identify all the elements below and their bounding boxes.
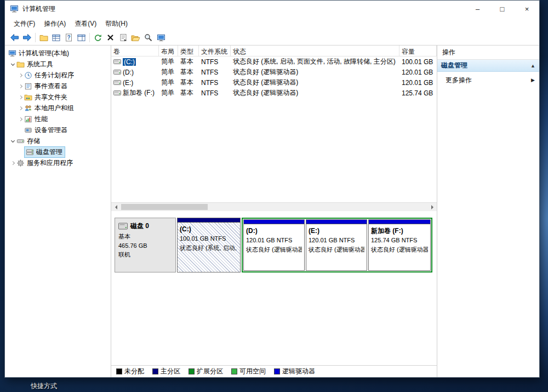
chevron-collapsed-icon[interactable]	[17, 74, 24, 77]
computer-icon	[8, 49, 16, 58]
show-hide-console-tree-button[interactable]	[37, 31, 50, 44]
find-button[interactable]	[142, 31, 155, 44]
disk-0-info[interactable]: 磁盘 0 基本 465.76 GB 联机	[115, 218, 176, 272]
tree-item-shared-folders[interactable]: 共享文件夹	[5, 92, 111, 103]
tree-item-local-users-groups[interactable]: 本地用户和组	[5, 103, 111, 113]
show-hide-action-pane-button[interactable]	[75, 31, 88, 44]
actions-section-disk-management[interactable]: 磁盘管理	[437, 60, 539, 72]
forward-button[interactable]	[21, 31, 33, 44]
more-actions-item[interactable]: 更多操作	[437, 73, 539, 87]
horizontal-scrollbar[interactable]	[111, 202, 437, 211]
tree-item-device-manager[interactable]: 设备管理器	[5, 124, 111, 135]
column-header-capacity[interactable]: 容量	[399, 46, 437, 56]
volume-type: 基本	[178, 57, 199, 66]
disk-management-pane: 卷 布局 类型 文件系统 状态 容量 (C:) 简单 基本 NTFS 状态良好 …	[111, 46, 437, 377]
desktop-shortcut-label[interactable]: 快捷方式	[31, 382, 57, 391]
chevron-collapsed-icon[interactable]	[9, 162, 16, 164]
column-header-filesystem[interactable]: 文件系统	[199, 46, 231, 56]
legend-label: 主分区	[161, 367, 180, 376]
volume-name-selected: (C:)	[123, 58, 136, 66]
extended-partition-group: (D:) 120.01 GB NTFS 状态良好 (逻辑驱动器) (E:) 12…	[242, 218, 432, 272]
chevron-expanded-icon[interactable]	[9, 64, 16, 65]
partition-d[interactable]: (D:) 120.01 GB NTFS 状态良好 (逻辑驱动器)	[243, 219, 305, 271]
volume-filesystem: NTFS	[199, 79, 231, 87]
partition-f[interactable]: 新加卷 (F:) 125.74 GB NTFS 状态良好 (逻辑驱动器)	[368, 219, 431, 271]
primary-partition-color-bar	[178, 218, 240, 223]
disk-status: 联机	[118, 250, 172, 259]
volume-status: 状态良好 (逻辑驱动器)	[231, 67, 399, 77]
logical-drive-color-bar	[244, 220, 304, 224]
help-button[interactable]: ?	[62, 31, 75, 44]
menu-help[interactable]: 帮助(H)	[101, 18, 132, 30]
legend-item-logical-drive: 逻辑驱动器	[274, 367, 315, 376]
volume-capacity: 120.01 GB	[399, 79, 437, 87]
volume-row-c[interactable]: (C:) 简单 基本 NTFS 状态良好 (系统, 启动, 页面文件, 活动, …	[111, 56, 437, 67]
legend-label: 未分配	[124, 367, 144, 376]
tree-item-system-tools[interactable]: 系统工具	[5, 59, 111, 70]
chevron-collapsed-icon[interactable]	[17, 118, 24, 121]
menu-view[interactable]: 查看(V)	[70, 18, 101, 30]
legend-label: 扩展分区	[197, 367, 223, 376]
volume-row-e[interactable]: (E:) 简单 基本 NTFS 状态良好 (逻辑驱动器) 120.01 GB	[111, 77, 437, 88]
chevron-collapsed-icon[interactable]	[17, 96, 24, 99]
shared-folder-icon	[24, 93, 32, 101]
device-manager-icon	[24, 126, 32, 134]
properties-button[interactable]	[117, 31, 129, 44]
partition-name: (C:)	[180, 224, 238, 234]
chevron-collapsed-icon[interactable]	[17, 107, 24, 110]
collapse-icon[interactable]	[530, 63, 535, 69]
volume-row-f[interactable]: 新加卷 (F:) 简单 基本 NTFS 状态良好 (逻辑驱动器) 125.74 …	[111, 88, 437, 98]
tree-item-performance[interactable]: 性能	[5, 113, 111, 124]
delete-button[interactable]	[104, 31, 117, 44]
column-header-type[interactable]: 类型	[178, 46, 199, 56]
tree-item-label: 服务和应用程序	[27, 158, 73, 168]
legend-swatch	[152, 368, 158, 374]
toolbar: ?	[5, 30, 539, 46]
column-header-layout[interactable]: 布局	[159, 46, 178, 56]
titlebar[interactable]: 计算机管理 – □ ×	[5, 1, 539, 17]
export-list-button[interactable]	[50, 31, 62, 44]
scrollbar-thumb[interactable]	[121, 204, 208, 210]
tree-item-label: 设备管理器	[35, 126, 67, 135]
menu-file[interactable]: 文件(F)	[9, 18, 39, 30]
volume-name: 新加卷 (F:)	[123, 88, 155, 98]
volume-capacity: 100.01 GB	[399, 58, 437, 66]
minimize-button[interactable]: –	[465, 1, 490, 17]
chevron-collapsed-icon[interactable]	[17, 85, 24, 88]
menu-action[interactable]: 操作(A)	[39, 18, 70, 30]
tree-item-storage[interactable]: 存储	[5, 135, 111, 146]
tree-item-disk-management[interactable]: 磁盘管理	[5, 146, 111, 157]
back-button[interactable]	[8, 31, 21, 44]
partition-status: 状态良好 (逻辑驱动器)	[309, 245, 364, 254]
partition-c[interactable]: (C:) 100.01 GB NTFS 状态良好 (系统, 启动, 页面文件, …	[177, 218, 241, 272]
partition-e[interactable]: (E:) 120.01 GB NTFS 状态良好 (逻辑驱动器)	[306, 219, 367, 271]
chevron-expanded-icon[interactable]	[9, 140, 16, 142]
volume-row-d[interactable]: (D:) 简单 基本 NTFS 状态良好 (逻辑驱动器) 120.01 GB	[111, 67, 437, 77]
tree-item-task-scheduler[interactable]: 任务计划程序	[5, 70, 111, 81]
partition-size: 120.01 GB NTFS	[309, 236, 364, 245]
close-button[interactable]: ×	[515, 1, 539, 17]
scroll-left-arrow[interactable]	[111, 203, 120, 211]
legend-label: 可用空间	[239, 367, 266, 376]
volume-status: 状态良好 (系统, 启动, 页面文件, 活动, 故障转储, 主分区)	[231, 57, 399, 66]
svg-text:?: ?	[67, 35, 70, 41]
tree-item-event-viewer[interactable]: 事件查看器	[5, 81, 111, 92]
legend-swatch	[116, 368, 122, 374]
scroll-right-arrow[interactable]	[428, 203, 437, 211]
column-header-status[interactable]: 状态	[231, 46, 399, 56]
maximize-button[interactable]: □	[490, 1, 515, 17]
volume-layout: 简单	[159, 57, 178, 66]
open-file-button[interactable]	[129, 31, 142, 44]
more-actions-label: 更多操作	[446, 76, 472, 85]
volume-status: 状态良好 (逻辑驱动器)	[231, 88, 399, 98]
volume-type: 基本	[178, 67, 199, 77]
column-header-volume[interactable]: 卷	[111, 46, 159, 56]
storage-drive-icon	[16, 137, 25, 145]
tree-item-services-applications[interactable]: 服务和应用程序	[5, 157, 111, 168]
scrollbar-track[interactable]	[120, 203, 428, 211]
refresh-button[interactable]	[92, 31, 104, 44]
tree-item-computer-management-root[interactable]: 计算机管理(本地)	[5, 48, 111, 59]
volume-disk-icon	[113, 90, 121, 96]
legend-item-primary-partition: 主分区	[152, 367, 180, 376]
screen-button[interactable]	[155, 31, 167, 44]
